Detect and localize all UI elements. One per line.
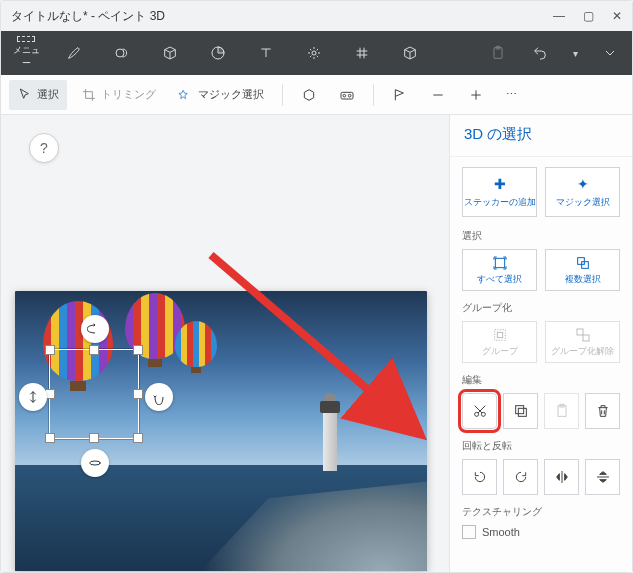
3d-shapes-tab[interactable] xyxy=(153,36,187,70)
resize-handle[interactable] xyxy=(89,345,99,355)
svg-rect-15 xyxy=(583,335,589,341)
delete-button[interactable] xyxy=(585,393,620,429)
minimize-button[interactable]: — xyxy=(553,9,565,23)
app-window: タイトルなし* - ペイント 3D — ▢ ✕ メニュー ▾ 選択 xyxy=(1,1,632,572)
rotate-left-button[interactable] xyxy=(462,459,497,495)
title-bar: タイトルなし* - ペイント 3D — ▢ ✕ xyxy=(1,1,632,31)
sidebar-title: 3D の選択 xyxy=(450,115,632,157)
section-label: 選択 xyxy=(462,229,620,243)
cut-button[interactable] xyxy=(462,393,497,429)
checkbox-icon xyxy=(462,525,476,539)
flip-vertical-button[interactable] xyxy=(585,459,620,495)
group-button: グループ xyxy=(462,321,537,363)
svg-rect-14 xyxy=(577,329,583,335)
rotate-right-button[interactable] xyxy=(503,459,538,495)
section-label: テクスチャリング xyxy=(462,505,620,519)
rotate-x-handle[interactable] xyxy=(81,315,109,343)
ungroup-button: グループ化解除 xyxy=(545,321,620,363)
paste-button xyxy=(544,393,579,429)
svg-rect-13 xyxy=(497,332,502,337)
make-sticker-button[interactable]: ✚ ステッカーの追加 xyxy=(462,167,537,217)
svg-point-7 xyxy=(348,94,351,97)
resize-handle[interactable] xyxy=(133,389,143,399)
expand-button[interactable] xyxy=(596,36,624,70)
tool-options-bar: 選択 トリミング マジック選択 ⋯ xyxy=(1,75,632,115)
section-label: 回転と反転 xyxy=(462,439,620,453)
stickers-tab[interactable] xyxy=(201,36,235,70)
maximize-button[interactable]: ▢ xyxy=(583,9,594,23)
resize-handle[interactable] xyxy=(45,433,55,443)
crop-tool[interactable]: トリミング xyxy=(73,80,164,110)
resize-handle[interactable] xyxy=(133,345,143,355)
svg-rect-12 xyxy=(494,329,505,340)
smooth-checkbox[interactable]: Smooth xyxy=(462,525,620,539)
section-label: 編集 xyxy=(462,373,620,387)
rotate-y-handle[interactable] xyxy=(145,383,173,411)
flag-button[interactable] xyxy=(384,80,416,110)
select-all-button[interactable]: すべて選択 xyxy=(462,249,537,291)
select-tool[interactable]: 選択 xyxy=(9,80,67,110)
paste-button[interactable] xyxy=(484,36,512,70)
sidebar-panel: 3D の選択 ✚ ステッカーの追加 ✦ マジック選択 選択 xyxy=(449,115,632,572)
svg-rect-19 xyxy=(515,406,523,414)
copy-button[interactable] xyxy=(503,393,538,429)
zoom-out-button[interactable] xyxy=(422,80,454,110)
3d-view-button[interactable] xyxy=(293,80,325,110)
effects-tab[interactable] xyxy=(297,36,331,70)
history-dropdown[interactable]: ▾ xyxy=(568,36,582,70)
undo-button[interactable] xyxy=(526,36,554,70)
selection-box[interactable] xyxy=(49,349,139,439)
2d-shapes-tab[interactable] xyxy=(105,36,139,70)
magic-wand-icon: ✦ xyxy=(577,176,589,192)
brushes-tab[interactable] xyxy=(57,36,91,70)
multi-select-button[interactable]: 複数選択 xyxy=(545,249,620,291)
canvas-area[interactable]: ? xyxy=(1,115,449,572)
balloon-graphic xyxy=(175,321,217,377)
svg-point-0 xyxy=(116,49,124,57)
close-button[interactable]: ✕ xyxy=(612,9,622,23)
svg-rect-18 xyxy=(518,408,526,416)
menu-button[interactable]: メニュー xyxy=(9,36,43,70)
more-button[interactable]: ⋯ xyxy=(498,80,525,110)
magic-select-tool[interactable]: マジック選択 xyxy=(170,80,272,110)
zoom-in-button[interactable] xyxy=(460,80,492,110)
flip-horizontal-button[interactable] xyxy=(544,459,579,495)
svg-point-8 xyxy=(90,461,101,465)
resize-handle[interactable] xyxy=(133,433,143,443)
lighthouse-graphic xyxy=(323,411,337,471)
resize-handle[interactable] xyxy=(45,345,55,355)
svg-point-2 xyxy=(312,51,316,55)
rotate-z-handle[interactable] xyxy=(81,449,109,477)
resize-handle[interactable] xyxy=(89,433,99,443)
section-label: グループ化 xyxy=(462,301,620,315)
window-title: タイトルなし* - ペイント 3D xyxy=(11,8,165,25)
magic-select-button[interactable]: ✦ マジック選択 xyxy=(545,167,620,217)
svg-rect-11 xyxy=(581,261,588,268)
ribbon-toolbar: メニュー ▾ xyxy=(1,31,632,75)
sticker-add-icon: ✚ xyxy=(494,176,506,192)
3d-library-tab[interactable] xyxy=(393,36,427,70)
text-tab[interactable] xyxy=(249,36,283,70)
svg-rect-10 xyxy=(577,257,584,264)
svg-rect-9 xyxy=(495,258,504,267)
z-depth-handle[interactable] xyxy=(19,383,47,411)
help-button[interactable]: ? xyxy=(29,133,59,163)
mixed-reality-button[interactable] xyxy=(331,80,363,110)
canvas-tab[interactable] xyxy=(345,36,379,70)
svg-point-6 xyxy=(343,94,346,97)
